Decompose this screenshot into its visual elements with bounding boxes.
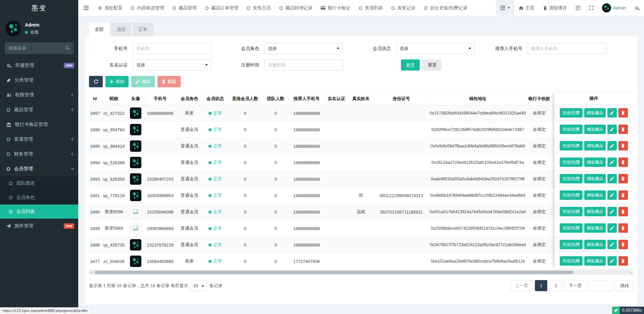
delete-row-button[interactable] [618, 223, 628, 233]
topnav-item-1[interactable]: 系统配置 [94, 0, 127, 16]
recharge-button[interactable]: 充值/扣费 [560, 174, 582, 183]
column-header-会员角色[interactable]: 会员角色 [176, 92, 203, 105]
sidebar-search-input[interactable] [9, 46, 61, 51]
sidebar-subitem-会员列表[interactable]: 会员列表 [0, 205, 78, 219]
page-size-select[interactable]: 10 [190, 281, 207, 291]
scroll-right-arrow[interactable]: › [628, 270, 633, 275]
gift-collection-button[interactable]: 赠送藏品 [584, 207, 606, 216]
edit-row-button[interactable] [607, 223, 617, 233]
topnav-item-2[interactable]: 内容精选管理 [127, 0, 168, 16]
sidebar-item-1[interactable]: 常规管理new [0, 58, 78, 73]
edit-row-button[interactable] [607, 240, 617, 249]
recharge-button[interactable]: 充值/扣费 [560, 190, 582, 200]
topnav-item-8[interactable]: 奖项列表 [355, 0, 387, 16]
edit-row-button[interactable] [607, 108, 617, 118]
edit-row-button[interactable] [607, 207, 617, 216]
recharge-button[interactable]: 充值/扣费 [560, 158, 582, 167]
column-header-团队人数[interactable]: 团队人数 [263, 92, 288, 105]
edit-row-button[interactable] [607, 256, 617, 266]
page-button-1[interactable]: 1 [535, 280, 547, 291]
sidebar-item-5[interactable]: 银行卡验证管理 [0, 117, 78, 132]
column-header-手机号[interactable]: 手机号 [145, 92, 176, 105]
sidebar-search[interactable] [5, 42, 74, 54]
docs-button[interactable] [571, 0, 585, 16]
column-header-昵称[interactable]: 昵称 [101, 92, 127, 105]
topnav-item-7[interactable]: 银行卡验证 [317, 0, 355, 16]
recharge-button[interactable]: 充值/扣费 [560, 240, 582, 249]
refresh-button[interactable] [89, 76, 103, 87]
sidebar-item-4[interactable]: 藏品管理 [0, 102, 78, 117]
filter-input-注册时间[interactable] [264, 59, 343, 71]
sidebar-item-3[interactable]: 权限管理 [0, 88, 78, 102]
gift-collection-button[interactable]: 赠送藏品 [584, 141, 606, 150]
recharge-button[interactable]: 充值/扣费 [560, 207, 582, 216]
jump-page-input[interactable] [589, 280, 613, 291]
scroll-left-arrow[interactable]: ‹ [89, 270, 94, 275]
filter-select-实名认证[interactable]: 选择 [133, 59, 212, 71]
column-header-头像[interactable]: 头像 [127, 92, 145, 105]
recharge-button[interactable]: 充值/扣费 [560, 223, 582, 233]
gift-collection-button[interactable]: 赠送藏品 [584, 256, 606, 266]
recharge-button[interactable]: 充值/扣费 [560, 108, 582, 118]
edit-row-button[interactable] [607, 125, 617, 134]
column-header-身份证号[interactable]: 身份证号 [374, 92, 429, 105]
sidebar-subitem-会员角色[interactable]: 会员角色 [0, 190, 78, 205]
gift-collection-button[interactable]: 赠送藏品 [584, 240, 606, 249]
delete-row-button[interactable] [618, 108, 628, 118]
column-header-推荐人手机号[interactable]: 推荐人手机号 [288, 92, 325, 105]
column-header-实名认证[interactable]: 实名认证 [325, 92, 348, 105]
gift-collection-button[interactable]: 赠送藏品 [584, 108, 606, 118]
column-header-直推会员人数[interactable]: 直推会员人数 [227, 92, 263, 105]
sidebar-item-8[interactable]: 会员管理 [0, 162, 78, 176]
sidebar-item-7[interactable]: 财务管理 [0, 147, 78, 162]
jump-button[interactable]: 跳转 [616, 280, 633, 291]
delete-row-button[interactable] [618, 207, 628, 216]
topnav-item-3[interactable]: 藏品管理 [168, 0, 201, 16]
recharge-button[interactable]: 充值/扣费 [560, 256, 582, 266]
delete-row-button[interactable] [618, 125, 628, 134]
gift-collection-button[interactable]: 赠送藏品 [584, 125, 606, 134]
sidebar-item-2[interactable]: 分类管理 [0, 73, 78, 88]
tab-全部[interactable]: 全部 [89, 23, 109, 36]
edit-row-button[interactable] [607, 190, 617, 200]
topnav-item-4[interactable]: 藏品订单管理 [201, 0, 242, 16]
column-header-Id[interactable]: Id [89, 92, 101, 105]
sidebar-subitem-团队图谱[interactable]: 团队图谱 [0, 176, 78, 190]
settings-button[interactable] [630, 0, 644, 16]
delete-row-button[interactable] [618, 158, 628, 167]
delete-row-button[interactable] [618, 240, 628, 249]
submit-button[interactable]: 提交 [401, 59, 420, 71]
delete-row-button[interactable] [618, 190, 628, 200]
column-header-钱包地址[interactable]: 钱包地址 [429, 92, 527, 105]
clear-cache-button[interactable]: 清除缓存 [539, 0, 571, 16]
topnav-item-10[interactable]: 后台充值/扣费记录 [420, 0, 472, 16]
edit-row-button[interactable] [607, 158, 617, 167]
tab-冻结[interactable]: 冻结 [111, 23, 131, 36]
column-header-会员状态[interactable]: 会员状态 [203, 92, 227, 105]
sidebar-item-6[interactable]: 奖项管理 [0, 132, 78, 147]
scrollbar-thumb[interactable] [95, 271, 573, 274]
page-button-2[interactable]: 2 [550, 280, 562, 291]
gift-collection-button[interactable]: 赠送藏品 [584, 190, 606, 200]
recharge-button[interactable]: 充值/扣费 [560, 141, 582, 150]
reset-button[interactable]: 重置 [423, 59, 442, 71]
topnav-item-9[interactable]: 发奖记录 [387, 0, 420, 16]
add-button[interactable]: 添加 [105, 76, 129, 87]
delete-button[interactable]: 删除 [157, 76, 181, 87]
prev-page-button[interactable]: 上一页 [511, 280, 533, 291]
column-header-银行卡收款[interactable]: 银行卡收款 [527, 92, 552, 105]
next-page-button[interactable]: 下一页 [564, 280, 586, 291]
gift-collection-button[interactable]: 赠送藏品 [584, 158, 606, 167]
delete-row-button[interactable] [618, 174, 628, 183]
sidebar-toggle-button[interactable] [78, 0, 94, 16]
gift-collection-button[interactable]: 赠送藏品 [584, 174, 606, 183]
topnav-item-6[interactable]: 藏品转增记录 [275, 0, 317, 16]
filter-select-会员状态[interactable]: 选择 [396, 43, 475, 54]
fullscreen-button[interactable] [585, 0, 598, 16]
nav-list-dropdown-button[interactable] [496, 0, 514, 16]
delete-row-button[interactable] [618, 141, 628, 150]
edit-button[interactable]: 编辑 [131, 76, 155, 87]
filter-select-会员角色[interactable]: 选择 [264, 43, 343, 54]
recharge-button[interactable]: 充值/扣费 [560, 125, 582, 134]
delete-row-button[interactable] [618, 256, 628, 266]
